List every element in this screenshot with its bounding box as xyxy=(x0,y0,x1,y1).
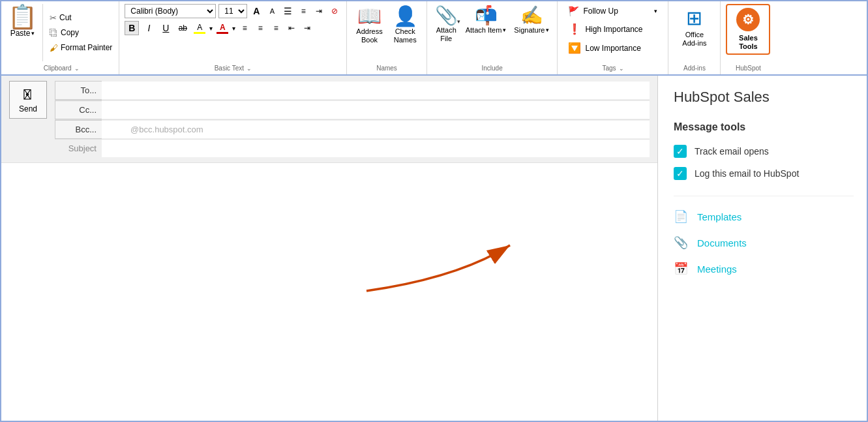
log-email-checkbox[interactable]: ✓ xyxy=(674,167,687,180)
track-opens-checkbox[interactable]: ✓ xyxy=(674,145,687,158)
paste-button[interactable]: 📋 Paste ▾ xyxy=(7,4,43,61)
subject-label: Subject xyxy=(55,140,102,157)
track-opens-item[interactable]: ✓ Track email opens xyxy=(674,145,854,158)
address-book-button[interactable]: 📖 AddressBook xyxy=(352,4,386,47)
highlight-dropdown[interactable]: ▾ xyxy=(209,25,213,32)
highlight-color-button[interactable]: A xyxy=(192,23,207,34)
attach-file-button[interactable]: 📎 ▾ AttachFile xyxy=(432,4,460,46)
documents-label: Documents xyxy=(697,237,747,249)
attach-file-label: AttachFile xyxy=(436,26,456,43)
meetings-icon: 📅 xyxy=(674,262,688,276)
low-importance-button[interactable]: 🔽 Low Importance xyxy=(565,40,660,56)
follow-up-button[interactable]: 🚩 Follow Up ▾ xyxy=(565,4,660,18)
check-names-button[interactable]: 👤 CheckNames xyxy=(389,4,421,47)
follow-up-arrow: ▾ xyxy=(654,8,657,14)
cut-button[interactable]: ✂ Cut xyxy=(48,12,113,24)
attach-file-icon: 📎 ▾ xyxy=(435,7,458,25)
addins-group-label: Add-ins xyxy=(683,65,706,72)
copy-label: Copy xyxy=(61,28,79,37)
subject-input[interactable] xyxy=(102,140,650,157)
to-input[interactable] xyxy=(102,82,650,99)
font-color-dropdown[interactable]: ▾ xyxy=(232,25,235,32)
email-body-input[interactable] xyxy=(7,168,652,415)
clipboard-expand-icon[interactable]: ⌄ xyxy=(74,65,80,72)
bcc-row: Bcc... xyxy=(55,120,650,140)
address-book-icon: 📖 xyxy=(357,7,382,26)
cc-button[interactable]: Cc... xyxy=(55,100,102,119)
tags-expand-icon[interactable]: ⌄ xyxy=(619,65,624,72)
log-email-item[interactable]: ✓ Log this email to HubSpot xyxy=(674,167,854,180)
low-importance-label: Low Importance xyxy=(585,44,640,53)
hubspot-sidebar: HubSpot Sales Message tools ✓ Track emai… xyxy=(658,76,867,421)
include-group: 📎 ▾ AttachFile 📬 Attach Item ▾ ✍ Signatu xyxy=(427,1,558,74)
signature-button[interactable]: ✍ Signature ▾ xyxy=(511,4,552,37)
strikethrough-button[interactable]: ab xyxy=(175,21,190,35)
include-group-label: Include xyxy=(481,65,502,72)
paste-arrow: ▾ xyxy=(31,30,35,37)
format-painter-button[interactable]: 🖌 Format Painter xyxy=(48,42,113,54)
align-center-button[interactable]: ≡ xyxy=(254,22,267,35)
send-button[interactable]: ✉ Send xyxy=(9,81,47,119)
high-importance-button[interactable]: ❗ High Importance xyxy=(565,21,660,37)
low-importance-icon: 🔽 xyxy=(568,42,581,54)
clipboard-group: 📋 Paste ▾ ✂ Cut ⿻ Copy xyxy=(4,1,119,74)
bullets-button[interactable]: ☰ xyxy=(281,5,294,18)
track-opens-label: Track email opens xyxy=(695,146,769,157)
align-left-button[interactable]: ≡ xyxy=(238,22,251,35)
clear-format-button[interactable]: ⊘ xyxy=(328,5,341,18)
high-importance-label: High Importance xyxy=(585,25,642,34)
align-right-button[interactable]: ≡ xyxy=(269,22,282,35)
copy-icon: ⿻ xyxy=(50,28,58,38)
hubspot-icon: ⚙ xyxy=(736,8,760,31)
attach-item-button[interactable]: 📬 Attach Item ▾ xyxy=(463,4,509,37)
bold-button[interactable]: B xyxy=(125,21,139,35)
clipboard-group-label: Clipboard xyxy=(44,65,72,72)
numbering-button[interactable]: ≡ xyxy=(297,5,310,18)
underline-button[interactable]: U xyxy=(158,21,173,35)
follow-up-icon: 🚩 xyxy=(568,6,579,16)
bcc-button[interactable]: Bcc... xyxy=(55,120,102,139)
font-color-button[interactable]: A xyxy=(215,23,230,34)
basic-text-expand-icon[interactable]: ⌄ xyxy=(247,65,252,72)
to-row: To... xyxy=(55,81,650,100)
attach-item-icon: 📬 xyxy=(475,7,498,25)
font-row-2: B I U ab A ▾ A ▾ xyxy=(125,21,341,35)
indent-more-button[interactable]: ⇥ xyxy=(312,5,325,18)
shrink-font-button[interactable]: A xyxy=(265,5,278,18)
font-row-1: Calibri (Body) 11 A A ☰ ≡ ⇥ ⊘ xyxy=(125,4,341,18)
app-window: 📋 Paste ▾ ✂ Cut ⿻ Copy xyxy=(0,0,868,422)
cc-input[interactable] xyxy=(102,101,650,119)
italic-button[interactable]: I xyxy=(142,21,156,35)
sales-tools-button[interactable]: ⚙ SalesTools xyxy=(726,4,770,55)
email-body xyxy=(1,162,657,421)
paste-icon: 📋 xyxy=(8,5,37,29)
copy-button[interactable]: ⿻ Copy xyxy=(48,27,113,39)
sidebar-title: HubSpot Sales xyxy=(674,89,854,106)
font-size-selector[interactable]: 11 xyxy=(218,4,247,18)
templates-icon: 📄 xyxy=(674,209,688,224)
decrease-indent-button[interactable]: ⇤ xyxy=(285,22,298,35)
increase-indent-button[interactable]: ⇥ xyxy=(301,22,314,35)
addins-group: ⊞ OfficeAdd-ins Add-ins xyxy=(668,1,721,74)
to-button[interactable]: To... xyxy=(55,81,102,100)
cut-icon: ✂ xyxy=(50,13,57,23)
documents-item[interactable]: 📎 Documents xyxy=(674,235,854,250)
basic-text-group: Calibri (Body) 11 A A ☰ ≡ ⇥ ⊘ B I xyxy=(119,1,347,74)
bcc-input[interactable] xyxy=(102,121,650,138)
ribbon: 📋 Paste ▾ ✂ Cut ⿻ Copy xyxy=(1,1,867,76)
office-addins-label: OfficeAdd-ins xyxy=(682,31,706,48)
hubspot-group: ⚙ SalesTools HubSpot xyxy=(721,1,775,74)
cc-row: Cc... xyxy=(55,100,650,120)
sidebar-divider xyxy=(674,196,854,196)
grow-font-button[interactable]: A xyxy=(250,5,263,18)
clipboard-subitems: ✂ Cut ⿻ Copy 🖌 Format Painter xyxy=(46,4,113,61)
names-group-label: Names xyxy=(376,65,397,72)
templates-item[interactable]: 📄 Templates xyxy=(674,209,854,224)
follow-up-label: Follow Up xyxy=(583,7,618,16)
font-selector[interactable]: Calibri (Body) xyxy=(125,4,216,18)
meetings-item[interactable]: 📅 Meetings xyxy=(674,262,854,276)
documents-icon: 📎 xyxy=(674,235,688,250)
hubspot-group-label: HubSpot xyxy=(736,65,761,72)
office-addins-button[interactable]: ⊞ OfficeAdd-ins xyxy=(680,4,709,50)
tags-group-label: Tags xyxy=(602,65,616,72)
